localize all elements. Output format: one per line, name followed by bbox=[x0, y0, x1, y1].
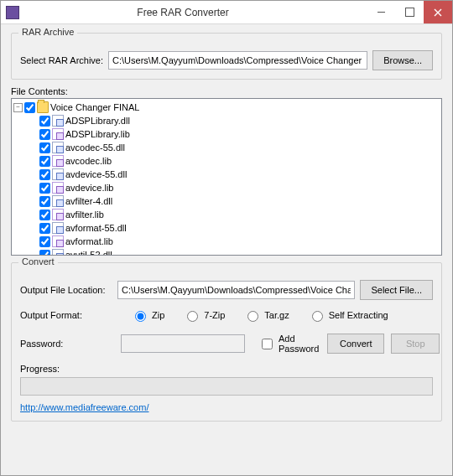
tree-spacer bbox=[29, 210, 38, 220]
tree-node[interactable]: avformat.lib bbox=[29, 235, 441, 248]
tree-node[interactable]: avutil-52.dll bbox=[29, 248, 441, 256]
format-radio[interactable] bbox=[187, 311, 198, 322]
format-option-7-zip[interactable]: 7-Zip bbox=[183, 308, 225, 322]
tree-checkbox[interactable] bbox=[39, 236, 50, 247]
dll-file-icon bbox=[52, 142, 64, 153]
convert-button[interactable]: Convert bbox=[327, 334, 384, 354]
password-input[interactable] bbox=[121, 334, 245, 353]
progress-label: Progress: bbox=[20, 364, 60, 374]
rar-archive-group: RAR Archive Select RAR Archive: Browse..… bbox=[11, 33, 442, 80]
convert-legend: Convert bbox=[18, 256, 58, 266]
titlebar: Free RAR Converter bbox=[1, 1, 452, 24]
tree-node[interactable]: avcodec.lib bbox=[29, 154, 441, 168]
rar-archive-legend: RAR Archive bbox=[18, 27, 77, 37]
tree-checkbox[interactable] bbox=[39, 210, 50, 220]
tree-node-label: avcodec.lib bbox=[65, 156, 112, 166]
collapse-icon[interactable]: − bbox=[13, 103, 23, 112]
add-password-label: Add Password bbox=[279, 334, 319, 354]
tree-checkbox[interactable] bbox=[39, 129, 50, 140]
tree-spacer bbox=[29, 143, 38, 153]
output-format-row: Output Format: Zip7-ZipTar.gzSelf Extrac… bbox=[20, 308, 433, 322]
format-radio[interactable] bbox=[247, 311, 258, 322]
dll-file-icon bbox=[52, 115, 64, 127]
dll-file-icon bbox=[52, 168, 64, 180]
password-row: Password: Add Password Convert Stop bbox=[20, 334, 433, 354]
tree-node[interactable]: ADSPLibrary.lib bbox=[29, 127, 441, 141]
password-label: Password: bbox=[20, 339, 112, 349]
maximize-button[interactable] bbox=[395, 1, 424, 23]
tree-spacer bbox=[29, 116, 38, 126]
tree-node[interactable]: −Voice Changer FINAL bbox=[13, 101, 441, 114]
client-area: RAR Archive Select RAR Archive: Browse..… bbox=[1, 24, 452, 475]
lib-file-icon bbox=[52, 235, 64, 247]
archive-path-input[interactable] bbox=[108, 51, 367, 70]
window-controls bbox=[367, 1, 452, 23]
tree-node[interactable]: avfilter-4.dll bbox=[29, 194, 441, 208]
dll-file-icon bbox=[52, 249, 64, 256]
add-password-checkbox[interactable] bbox=[262, 339, 273, 349]
window-title: Free RAR Converter bbox=[0, 7, 367, 18]
format-label: Self Extracting bbox=[329, 310, 388, 320]
tree-node[interactable]: ADSPLibrary.dll bbox=[29, 114, 441, 127]
progress-area: Progress: bbox=[20, 364, 433, 396]
tree-node-label: avdevice.lib bbox=[65, 183, 113, 193]
tree-node-label: Voice Changer FINAL bbox=[50, 102, 139, 112]
tree-node-label: ADSPLibrary.lib bbox=[65, 129, 130, 139]
dll-file-icon bbox=[52, 195, 64, 207]
output-location-label: Output File Location: bbox=[20, 285, 112, 295]
tree-node-label: avutil-52.dll bbox=[65, 250, 112, 256]
minimize-button[interactable] bbox=[367, 1, 395, 23]
tree-node-label: avcodec-55.dll bbox=[65, 142, 125, 153]
tree-node[interactable]: avfilter.lib bbox=[29, 208, 441, 221]
tree-checkbox[interactable] bbox=[39, 169, 50, 180]
tree-checkbox[interactable] bbox=[39, 142, 50, 153]
tree-checkbox[interactable] bbox=[39, 196, 50, 207]
convert-group: Convert Output File Location: Select Fil… bbox=[11, 262, 442, 422]
file-tree[interactable]: −Voice Changer FINALADSPLibrary.dllADSPL… bbox=[11, 98, 442, 256]
tree-spacer bbox=[29, 251, 38, 256]
tree-checkbox[interactable] bbox=[39, 183, 50, 194]
tree-node-label: avdevice-55.dll bbox=[65, 169, 127, 179]
format-option-self-extracting[interactable]: Self Extracting bbox=[308, 308, 388, 322]
tree-checkbox[interactable] bbox=[24, 102, 35, 113]
tree-spacer bbox=[29, 197, 38, 206]
browse-button[interactable]: Browse... bbox=[372, 50, 433, 70]
tree-node[interactable]: avformat-55.dll bbox=[29, 221, 441, 235]
close-button[interactable] bbox=[424, 1, 452, 23]
add-password-option[interactable]: Add Password bbox=[258, 334, 319, 354]
tree-node-label: ADSPLibrary.dll bbox=[65, 116, 130, 126]
tree-spacer bbox=[29, 237, 38, 246]
select-file-button[interactable]: Select File... bbox=[360, 280, 433, 300]
footer-link[interactable]: http://www.mediafreeware.com/ bbox=[20, 402, 148, 412]
app-window: Free RAR Converter RAR Archive Select RA… bbox=[0, 0, 453, 476]
tree-checkbox[interactable] bbox=[39, 250, 50, 256]
tree-node[interactable]: avdevice.lib bbox=[29, 181, 441, 194]
tree-spacer bbox=[29, 130, 38, 139]
format-option-zip[interactable]: Zip bbox=[131, 308, 164, 322]
format-option-tar-gz[interactable]: Tar.gz bbox=[243, 308, 289, 322]
tree-node[interactable]: avdevice-55.dll bbox=[29, 168, 441, 181]
tree-spacer bbox=[29, 224, 38, 233]
select-archive-label: Select RAR Archive: bbox=[20, 55, 103, 65]
format-radio[interactable] bbox=[312, 311, 323, 322]
tree-checkbox[interactable] bbox=[39, 116, 50, 127]
folder-icon bbox=[37, 101, 49, 113]
output-path-input[interactable] bbox=[117, 281, 355, 299]
file-contents-label: File Contents: bbox=[11, 86, 442, 96]
tree-node-label: avformat-55.dll bbox=[65, 223, 127, 233]
tree-spacer bbox=[29, 184, 38, 193]
tree-node[interactable]: avcodec-55.dll bbox=[29, 141, 441, 154]
lib-file-icon bbox=[52, 128, 64, 140]
tree-checkbox[interactable] bbox=[39, 223, 50, 234]
format-label: Tar.gz bbox=[264, 310, 289, 320]
lib-file-icon bbox=[52, 209, 64, 220]
dll-file-icon bbox=[52, 222, 64, 234]
tree-node-label: avfilter.lib bbox=[65, 210, 104, 220]
format-radio[interactable] bbox=[135, 311, 146, 322]
format-label: 7-Zip bbox=[204, 310, 225, 320]
tree-checkbox[interactable] bbox=[39, 156, 50, 167]
lib-file-icon bbox=[52, 155, 64, 167]
lib-file-icon bbox=[52, 182, 64, 194]
stop-button[interactable]: Stop bbox=[391, 334, 440, 354]
tree-node-label: avfilter-4.dll bbox=[65, 196, 112, 206]
